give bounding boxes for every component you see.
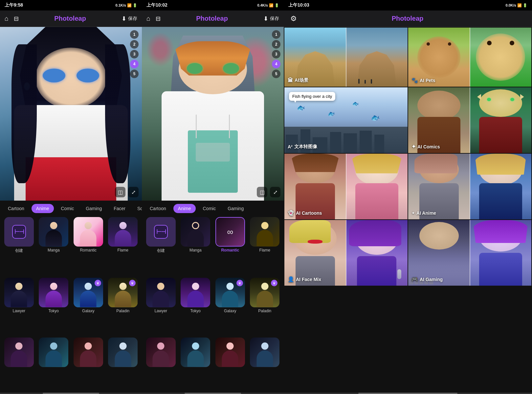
split-divider-comics (470, 87, 470, 153)
step-3-mid[interactable]: 3 (272, 50, 280, 58)
compare-icon-mid[interactable]: ◫ (257, 187, 267, 197)
tab-scenes-left[interactable]: Scenes (133, 204, 142, 213)
style-extra2-mid[interactable] (179, 338, 212, 391)
style-paladin-left[interactable]: ♛ Paladin (107, 278, 140, 336)
time-mid: 上午10:02 (146, 2, 167, 8)
feature-card-text-to-img[interactable]: 🐟 🐟 🐟 🐟 Fish flying over a city A² 文本转图像 (284, 87, 408, 153)
tab-gaming-left[interactable]: Gaming (81, 204, 106, 213)
style-tokyo-left[interactable]: Tokyo (37, 278, 70, 336)
battery-right: 🔋 (523, 3, 527, 8)
tab-facer-left[interactable]: Facer (109, 204, 130, 213)
step-4-mid[interactable]: 4 (272, 60, 280, 68)
feature-card-ai-anime[interactable]: ⋆ AI Anime (408, 154, 531, 219)
style-romantic-left[interactable]: Romantic (72, 217, 105, 276)
ai-scene-label: 🏛 AI场景 (288, 77, 308, 83)
style-extra2-left[interactable] (37, 338, 70, 391)
ai-gaming-text: AI Gaming (420, 277, 443, 282)
feature-card-ai-cartoons[interactable]: 👻 AI Cartoons (284, 154, 408, 219)
feature-grid-container: 🏛 AI场景 (284, 27, 532, 393)
feature-card-ai-scene[interactable]: 🏛 AI场景 (284, 28, 408, 87)
style-manga-left[interactable]: Manga (37, 217, 70, 276)
style-flame-left[interactable]: Flame (107, 217, 140, 276)
compare-icon-left[interactable]: ◫ (115, 187, 125, 197)
style-label-galaxy-left: Galaxy (82, 309, 94, 313)
style-extra1-mid[interactable] (144, 338, 177, 391)
style-paladin-mid[interactable]: ♛ Paladin (249, 278, 281, 336)
signal-icon: 📶 (127, 3, 132, 8)
style-flame-mid[interactable]: Flame (249, 217, 281, 276)
step-5-left[interactable]: 5 (130, 70, 139, 78)
step-2-mid[interactable]: 2 (272, 40, 280, 49)
crowd-bg (408, 266, 470, 286)
ai-face-mix-split (284, 220, 408, 286)
ai-gaming-photo (408, 220, 470, 286)
split-divider-scene (346, 28, 346, 87)
feature-card-ai-gaming[interactable]: 🎮 AI Gaming (408, 220, 531, 286)
elf-eye-l (487, 98, 491, 101)
step-1-mid[interactable]: 1 (272, 30, 280, 39)
style-tokyo-mid[interactable]: Tokyo (179, 278, 212, 336)
step-1-left[interactable]: 1 (130, 30, 139, 39)
ai-face-mix-photo (284, 220, 346, 286)
step-2-left[interactable]: 2 (130, 40, 139, 49)
step-5-mid[interactable]: 5 (272, 70, 280, 78)
text-to-img-icon: A² (288, 144, 293, 149)
style-lawyer-mid[interactable]: Lawyer (144, 278, 177, 336)
save-button-mid[interactable]: ⬇ 保存 (263, 15, 279, 22)
ai-comics-split (408, 87, 531, 153)
fish-city-bg: 🐟 🐟 🐟 🐟 Fish flying over a city (284, 87, 408, 153)
left-panel: 上午9:58 0.1K/s 📶 🔋 ⌂ ⊟ Photoleap ⬇ 保存 (0, 0, 142, 394)
tooltip-fish: Fish flying over a city (289, 92, 335, 101)
photos-icon-left[interactable]: ⊟ (14, 15, 19, 22)
home-icon-left[interactable]: ⌂ (5, 15, 9, 22)
style-lawyer-left[interactable]: Lawyer (3, 278, 35, 336)
style-extra4-left[interactable] (107, 338, 140, 391)
feature-card-ai-face-mix[interactable]: 👤 AI Face Mix (284, 220, 408, 286)
ai-anime-split (408, 154, 531, 219)
feature-card-ai-pets[interactable]: 🐾 AI Pets (408, 28, 531, 87)
tab-comic-left[interactable]: Comic (56, 204, 79, 213)
photos-icon-mid[interactable]: ⊟ (156, 15, 161, 22)
gaming-purple-hair (473, 220, 528, 243)
style-galaxy-mid[interactable]: ♛ Galaxy (214, 278, 247, 336)
style-extra1-left[interactable] (3, 338, 35, 391)
save-button-left[interactable]: ⬇ 保存 (122, 15, 137, 22)
comics-face-left (417, 91, 460, 120)
style-extra4-mid[interactable] (249, 338, 281, 391)
step-4-left[interactable]: 4 (130, 60, 139, 68)
crown-paladin-mid: ♛ (271, 280, 277, 286)
feature-card-ai-comics[interactable]: ✦ AI Comics (408, 87, 531, 153)
style-manga-mid[interactable]: Manga (179, 217, 212, 276)
style-extra3-left[interactable] (72, 338, 105, 391)
style-create-mid[interactable]: ⊢⊣ 创建 (144, 217, 177, 276)
cartoon-body-right (355, 183, 398, 219)
scroll-indicator-mid (142, 393, 284, 394)
ai-anime-artwork (470, 154, 532, 219)
split-divider-anime (470, 154, 470, 219)
fish-3: 🐟 (352, 100, 359, 107)
style-extra3-mid[interactable] (214, 338, 247, 391)
tab-comic-mid[interactable]: Comic (198, 204, 221, 213)
style-galaxy-left[interactable]: ♛ Galaxy (72, 278, 105, 336)
battery-left: 🔋 (133, 3, 137, 8)
elf-face (479, 89, 522, 117)
hair-strand-left (11, 44, 37, 183)
crown-galaxy-left: ♛ (95, 280, 101, 286)
expand-icon-left[interactable]: ⤢ (128, 187, 139, 197)
gear-icon-right[interactable]: ⚙ (290, 14, 297, 23)
step-3-left[interactable]: 3 (130, 50, 139, 58)
tab-anime-left[interactable]: Anime (32, 204, 54, 213)
tab-cartoon-mid[interactable]: Cartoon (145, 204, 171, 213)
expand-icon-mid[interactable]: ⤢ (270, 187, 280, 197)
real-hair (291, 154, 340, 172)
ai-scene-text: AI场景 (295, 77, 308, 83)
tab-gaming-mid[interactable]: Gaming (223, 204, 248, 213)
feature-grid: 🏛 AI场景 (284, 27, 532, 286)
home-icon-mid[interactable]: ⌂ (146, 15, 150, 22)
style-romantic-mid[interactable]: ∞ Romantic (214, 217, 247, 276)
tab-cartoon-left[interactable]: Cartoon (3, 204, 29, 213)
style-create-left[interactable]: ⊢⊣ 创建 (3, 217, 35, 276)
anime-body-right (479, 183, 522, 219)
create-icon-mid: ⊢⊣ (156, 228, 166, 235)
tab-anime-mid[interactable]: Anime (173, 204, 196, 213)
